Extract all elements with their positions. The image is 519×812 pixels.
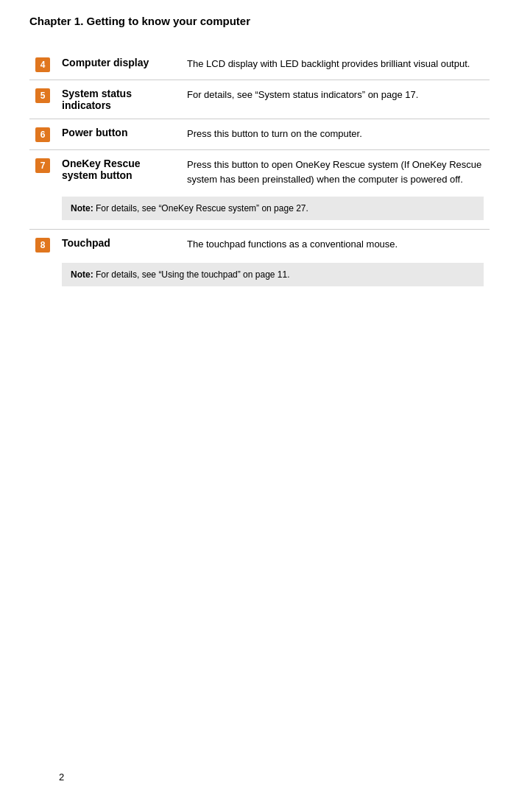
item-description: Press this button to turn on the compute…: [181, 119, 490, 150]
item-term: OneKey Rescue system button: [56, 150, 181, 194]
table-row: 6Power buttonPress this button to turn o…: [29, 119, 490, 150]
table-row: 5System status indicatorsFor details, se…: [29, 80, 490, 119]
note-row: Note: For details, see “OneKey Rescue sy…: [29, 194, 490, 230]
note-box: Note: For details, see “Using the touchp…: [62, 263, 484, 286]
table-row: 7OneKey Rescue system buttonPress this b…: [29, 150, 490, 194]
table-row: 4Computer displayThe LCD display with LE…: [29, 49, 490, 80]
item-badge: 6: [35, 127, 50, 142]
note-row: Note: For details, see “Using the touchp…: [29, 260, 490, 295]
table-row: 8TouchpadThe touchpad functions as a con…: [29, 230, 490, 261]
item-term: Power button: [56, 119, 181, 150]
content-table: 4Computer displayThe LCD display with LE…: [29, 49, 490, 295]
item-description: The touchpad functions as a conventional…: [181, 230, 490, 261]
item-badge: 4: [35, 57, 50, 72]
item-description: Press this button to open OneKey Rescue …: [181, 150, 490, 194]
item-term: System status indicators: [56, 80, 181, 119]
page-number: 2: [59, 772, 64, 783]
item-badge: 8: [35, 238, 50, 253]
page-title: Chapter 1. Getting to know your computer: [29, 15, 490, 27]
item-term: Computer display: [56, 49, 181, 80]
item-description: For details, see “System status indicato…: [181, 80, 490, 119]
item-badge: 5: [35, 88, 50, 103]
item-badge: 7: [35, 158, 50, 173]
note-box: Note: For details, see “OneKey Rescue sy…: [62, 197, 484, 220]
item-term: Touchpad: [56, 230, 181, 261]
item-description: The LCD display with LED backlight provi…: [181, 49, 490, 80]
